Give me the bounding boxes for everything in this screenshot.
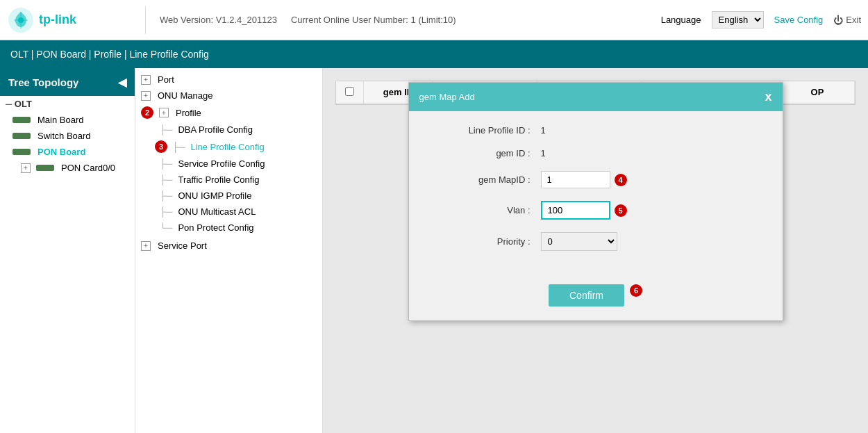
header: tp-link Web Version: V1.2.4_201123 Curre… [0, 0, 868, 40]
language-label: Language [661, 15, 701, 25]
nav-port-label: Port [158, 74, 174, 85]
plus-icon-onu-manage[interactable]: + [141, 91, 151, 101]
nav-item-service-profile[interactable]: ├─ Service Profile Config [135, 156, 322, 172]
nav-item-traffic-profile[interactable]: ├─ Traffic Profile Config [135, 172, 322, 188]
device-icon-pon-card [36, 165, 54, 171]
dash-line: ├─ [172, 142, 185, 152]
nav-item-dba-profile[interactable]: ├─ DBA Profile Config [135, 122, 322, 138]
sidebar-item-pon-board[interactable]: PON Board [0, 144, 135, 160]
sidebar-item-switch-board[interactable]: Switch Board [0, 128, 135, 144]
sidebar-item-main-board[interactable]: Main Board [0, 112, 135, 128]
modal-close-button[interactable]: x [765, 90, 771, 104]
priority-label: Priority : [430, 236, 541, 247]
modal-header: gem Map Add x [409, 83, 783, 111]
exit-label: Exit [846, 15, 861, 25]
gem-mapid-label: gem MapID : [430, 174, 541, 185]
breadcrumb-text: OLT | PON Board | Profile | Line Profile… [10, 49, 209, 60]
plus-icon-profile[interactable]: + [159, 108, 169, 117]
nav-item-port[interactable]: + Port [135, 72, 322, 88]
dash-service: ├─ [160, 158, 172, 169]
nav-onu-multicast-label: ONU Multicast ACL [178, 206, 256, 217]
nav-traffic-profile-label: Traffic Profile Config [178, 174, 259, 185]
power-icon: ⏻ [833, 15, 843, 26]
nav-item-profile[interactable]: 2 + Profile [135, 104, 322, 122]
content-inner: + Port + ONU Manage 2 + Profile ├─ DBA P… [135, 68, 868, 433]
nav-dba-profile-label: DBA Profile Config [178, 124, 253, 135]
nav-pon-protect-label: Pon Protect Config [178, 222, 253, 233]
gem-id-label: gem ID : [430, 148, 541, 158]
form-row-gem-mapid: gem MapID : 4 [430, 171, 762, 188]
device-icon-main [12, 117, 31, 123]
nav-item-onu-igmp[interactable]: ├─ ONU IGMP Profile [135, 188, 322, 204]
modal-footer: Confirm 6 [409, 277, 783, 320]
language-select[interactable]: English [712, 11, 764, 28]
gem-mapid-input[interactable] [541, 171, 610, 188]
header-info: Web Version: V1.2.4_201123 Current Onlin… [146, 15, 661, 25]
nav-profile-label: Profile [176, 108, 201, 118]
nav-onu-igmp-label: ONU IGMP Profile [178, 190, 251, 201]
step-badge-6: 6 [630, 284, 642, 297]
vlan-input[interactable] [541, 201, 610, 220]
pon-board-label: PON Board [37, 147, 85, 157]
nav-item-service-port[interactable]: + Service Port [135, 238, 322, 254]
form-row-gem-id: gem ID : 1 [430, 148, 762, 158]
nav-item-pon-protect[interactable]: └─ Pon Protect Config [135, 220, 322, 236]
table-modal-area: gem ID gem MapID Vlan Priority OP ForoIS… [323, 68, 868, 433]
line-profile-id-label: Line Profile ID : [430, 125, 541, 136]
form-row-vlan: Vlan : 5 [430, 201, 762, 220]
brand-name: tp-link [39, 13, 76, 27]
nav-onu-manage-label: ONU Manage [158, 90, 212, 101]
main-board-label: Main Board [37, 115, 83, 125]
dash-multicast: ├─ [160, 206, 172, 217]
logo-area: tp-link [7, 6, 146, 34]
modal-overlay: gem Map Add x Line Profile ID : 1 gem ID… [323, 68, 868, 433]
pon-card-label: PON Card0/0 [61, 163, 115, 173]
priority-select[interactable]: 0 1 2 3 4 5 6 7 [541, 232, 617, 251]
main-layout: Tree Topology ◀ ─ OLT Main Board Switch … [0, 68, 868, 433]
sidebar-collapse-btn[interactable]: ◀ [118, 76, 126, 89]
header-right: Language English Save Config ⏻ Exit [661, 11, 861, 28]
plus-icon-pon-card: + [21, 163, 31, 173]
web-version: Web Version: V1.2.4_201123 [160, 15, 277, 25]
nav-panel: + Port + ONU Manage 2 + Profile ├─ DBA P… [135, 68, 323, 433]
gem-id-value: 1 [541, 148, 546, 158]
sidebar-item-olt[interactable]: ─ OLT [0, 96, 135, 112]
form-row-line-profile-id: Line Profile ID : 1 [430, 125, 762, 136]
step-badge-3: 3 [155, 140, 167, 153]
plus-icon-service-port[interactable]: + [141, 241, 151, 251]
device-icon-pon [12, 149, 31, 155]
tp-link-logo-icon [7, 6, 35, 34]
online-users: Current Online User Number: 1 (Limit:10) [291, 15, 456, 25]
sidebar: Tree Topology ◀ ─ OLT Main Board Switch … [0, 68, 135, 433]
breadcrumb: OLT | PON Board | Profile | Line Profile… [0, 40, 868, 68]
modal-title: gem Map Add [419, 92, 475, 102]
gem-map-add-modal: gem Map Add x Line Profile ID : 1 gem ID… [408, 82, 783, 321]
dash-pon-protect: └─ [160, 222, 172, 233]
olt-label: ─ OLT [6, 99, 32, 109]
sidebar-item-pon-card[interactable]: + PON Card0/0 [0, 160, 135, 176]
save-config-link[interactable]: Save Config [774, 15, 824, 25]
nav-item-line-profile[interactable]: 3 ├─ Line Profile Config [135, 138, 322, 156]
line-profile-id-value: 1 [541, 125, 546, 136]
dash-igmp: ├─ [160, 190, 172, 201]
step-badge-2: 2 [141, 106, 153, 119]
exit-button[interactable]: ⏻ Exit [833, 15, 861, 26]
nav-service-port-label: Service Port [158, 240, 207, 251]
nav-line-profile-label: Line Profile Config [190, 142, 264, 152]
dash-traffic: ├─ [160, 174, 172, 185]
switch-board-label: Switch Board [37, 131, 91, 141]
confirm-button[interactable]: Confirm [549, 284, 624, 307]
nav-service-profile-label: Service Profile Config [178, 158, 265, 169]
plus-icon-port[interactable]: + [141, 75, 151, 85]
sidebar-header: Tree Topology ◀ [0, 68, 135, 96]
modal-body: Line Profile ID : 1 gem ID : 1 gem MapID… [409, 111, 783, 277]
nav-item-onu-manage[interactable]: + ONU Manage [135, 88, 322, 104]
step-badge-4: 4 [615, 174, 627, 186]
content-area: + Port + ONU Manage 2 + Profile ├─ DBA P… [135, 68, 868, 433]
sidebar-title: Tree Topology [8, 76, 78, 88]
form-row-priority: Priority : 0 1 2 3 4 5 6 7 [430, 232, 762, 251]
dash-dba: ├─ [160, 124, 172, 135]
nav-item-onu-multicast[interactable]: ├─ ONU Multicast ACL [135, 204, 322, 220]
vlan-label: Vlan : [430, 205, 541, 215]
step-badge-5: 5 [615, 204, 627, 217]
